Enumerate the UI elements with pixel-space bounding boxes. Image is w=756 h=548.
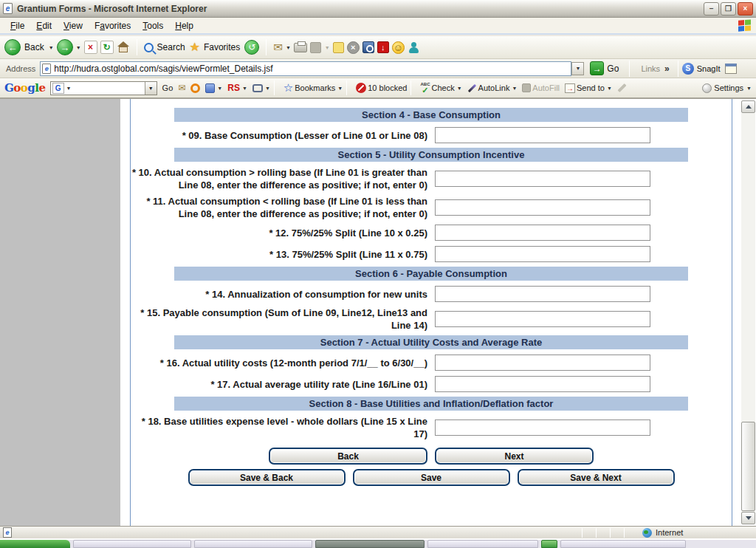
links-button[interactable]: Links bbox=[641, 64, 660, 73]
minimize-button[interactable]: – bbox=[704, 2, 719, 16]
address-dropdown-button[interactable]: ▼ bbox=[571, 62, 584, 75]
google-search-dropdown[interactable]: ▼ bbox=[145, 82, 157, 95]
rs-button[interactable]: RS▼ bbox=[227, 83, 247, 93]
google-news-icon: ✉ bbox=[178, 83, 185, 93]
sendto-button[interactable]: → Send to▼ bbox=[565, 83, 612, 93]
menu-item-view[interactable]: View bbox=[58, 19, 89, 32]
forward-dropdown-icon[interactable]: ▼ bbox=[76, 45, 81, 50]
google-chip-dropdown-icon[interactable]: ▼ bbox=[66, 86, 72, 91]
google-search-box[interactable]: G ▼ ▼ bbox=[50, 81, 157, 95]
form-frame-border bbox=[732, 99, 732, 526]
snagit-editor-icon[interactable] bbox=[725, 64, 737, 74]
vertical-scrollbar[interactable] bbox=[741, 100, 755, 524]
field-input-line-12[interactable] bbox=[435, 225, 650, 241]
save-button[interactable]: Save bbox=[353, 469, 510, 486]
menu-item-edit[interactable]: Edit bbox=[30, 19, 58, 32]
field-input-line-18[interactable] bbox=[435, 419, 650, 436]
google-o-icon bbox=[190, 83, 200, 93]
section-header: Section 8 - Base Utilities and Inflation… bbox=[174, 397, 688, 411]
mail-button[interactable]: ✉ ▼ bbox=[273, 41, 291, 54]
messenger-smiley-button[interactable]: ☺ bbox=[392, 41, 405, 54]
mail-dropdown-icon[interactable]: ▼ bbox=[286, 45, 291, 50]
google-g-chip-icon[interactable]: G bbox=[52, 83, 64, 94]
google-separator bbox=[346, 81, 347, 95]
settings-button[interactable]: Settings▼ bbox=[702, 83, 752, 93]
google-news-button[interactable]: ✉ bbox=[178, 83, 185, 93]
download-manager-button[interactable]: ↓ bbox=[377, 41, 389, 53]
section-header: Section 5 - Utility Consumption Incentiv… bbox=[174, 148, 688, 162]
popup-blocked-button[interactable]: 10 blocked bbox=[356, 83, 407, 93]
start-button[interactable] bbox=[0, 540, 70, 548]
taskbar-button[interactable] bbox=[427, 540, 538, 548]
chat-icon bbox=[252, 84, 263, 92]
back-button[interactable]: Back bbox=[269, 448, 427, 465]
messenger-contact-button[interactable] bbox=[408, 41, 420, 54]
field-input-line-13[interactable] bbox=[435, 246, 650, 262]
scroll-up-button[interactable] bbox=[741, 100, 755, 113]
forward-button[interactable]: → ▼ bbox=[57, 39, 81, 55]
google-swirl-button[interactable] bbox=[190, 83, 200, 93]
formlet-details-form: Section 4 - Base Consumption* 09. Base C… bbox=[131, 99, 732, 526]
popup-blocker-icon bbox=[356, 83, 366, 93]
favorites-button[interactable]: ★ Favorites bbox=[190, 41, 242, 53]
scrollbar-thumb[interactable] bbox=[741, 422, 755, 511]
menu-item-file[interactable]: File bbox=[4, 19, 30, 32]
snagit-button[interactable]: S SnagIt bbox=[682, 63, 721, 75]
next-button[interactable]: Next bbox=[435, 448, 594, 465]
messenger-x-button[interactable]: × bbox=[347, 41, 360, 54]
windows-taskbar bbox=[0, 538, 756, 548]
menu-item-help[interactable]: Help bbox=[169, 19, 199, 32]
field-input-line-09[interactable] bbox=[435, 127, 650, 143]
menu-item-favorites[interactable]: Favorites bbox=[89, 19, 137, 32]
bookmarks-star-icon: ☆ bbox=[284, 81, 293, 95]
address-input[interactable]: e http://hudra.ostglobal.com/sagis/viewF… bbox=[40, 61, 571, 76]
refresh-button[interactable]: ↻ bbox=[100, 41, 114, 54]
taskbar-button[interactable] bbox=[73, 540, 191, 548]
scroll-down-button[interactable] bbox=[741, 512, 755, 524]
menu-item-tools[interactable]: Tools bbox=[137, 19, 169, 32]
field-label-line-11: * 11. Actual consumption < rolling base … bbox=[131, 195, 429, 220]
edit-button[interactable] bbox=[310, 42, 321, 53]
go-label: Go bbox=[607, 64, 619, 74]
home-button[interactable] bbox=[117, 41, 130, 53]
taskbar-button[interactable] bbox=[541, 540, 557, 548]
save-back-button[interactable]: Save & Back bbox=[188, 469, 346, 486]
discuss-note-button[interactable] bbox=[333, 42, 344, 53]
taskbar-button[interactable] bbox=[315, 540, 425, 548]
scrollbar-track[interactable] bbox=[741, 113, 755, 512]
field-input-line-14[interactable] bbox=[435, 286, 650, 302]
field-input-line-16[interactable] bbox=[435, 355, 650, 371]
search-button[interactable]: Search bbox=[144, 42, 187, 52]
close-button[interactable]: × bbox=[738, 2, 753, 16]
bookmarks-button[interactable]: ☆ Bookmarks▼ bbox=[284, 81, 343, 95]
autolink-button[interactable]: AutoLink▼ bbox=[467, 83, 518, 92]
links-chevron-icon[interactable]: » bbox=[664, 64, 670, 74]
stop-button[interactable]: × bbox=[84, 41, 97, 54]
restore-button[interactable]: ❐ bbox=[721, 2, 736, 16]
field-input-line-17[interactable] bbox=[435, 376, 650, 392]
research-button[interactable] bbox=[362, 41, 374, 53]
print-button[interactable] bbox=[294, 43, 307, 52]
taskbar-button[interactable] bbox=[560, 540, 686, 548]
save-next-button[interactable]: Save & Next bbox=[518, 469, 675, 486]
field-input-line-11[interactable] bbox=[435, 199, 650, 216]
download-icon: ↓ bbox=[381, 43, 385, 52]
taskbar-button[interactable] bbox=[194, 540, 312, 548]
refresh-icon: ↻ bbox=[103, 42, 111, 52]
google-go-button[interactable]: Go bbox=[162, 83, 173, 92]
go-button[interactable]: → Go bbox=[590, 61, 619, 75]
windows-flag-icon bbox=[738, 19, 752, 32]
form-field-row-16: * 16. Actual utility costs (12-month per… bbox=[131, 354, 732, 371]
address-bar: Address e http://hudra.ostglobal.com/sag… bbox=[0, 59, 756, 78]
back-dropdown-icon[interactable]: ▼ bbox=[49, 45, 54, 50]
field-input-line-10[interactable] bbox=[435, 171, 650, 187]
field-input-line-15[interactable] bbox=[435, 311, 650, 327]
back-button[interactable]: ← Back ▼ bbox=[4, 39, 54, 55]
chat-button[interactable]: ▼ bbox=[252, 84, 270, 92]
chat-dropdown-icon: ▼ bbox=[265, 86, 270, 91]
spellcheck-button[interactable]: ABC✓ Check▼ bbox=[420, 82, 461, 95]
field-label-line-13: * 13. 75%/25% Split (Line 11 x 0.75) bbox=[131, 248, 429, 261]
google-extras-button[interactable]: ▼ bbox=[205, 83, 222, 93]
history-button[interactable]: ↺ bbox=[244, 40, 259, 55]
google-search-input[interactable] bbox=[72, 83, 145, 92]
